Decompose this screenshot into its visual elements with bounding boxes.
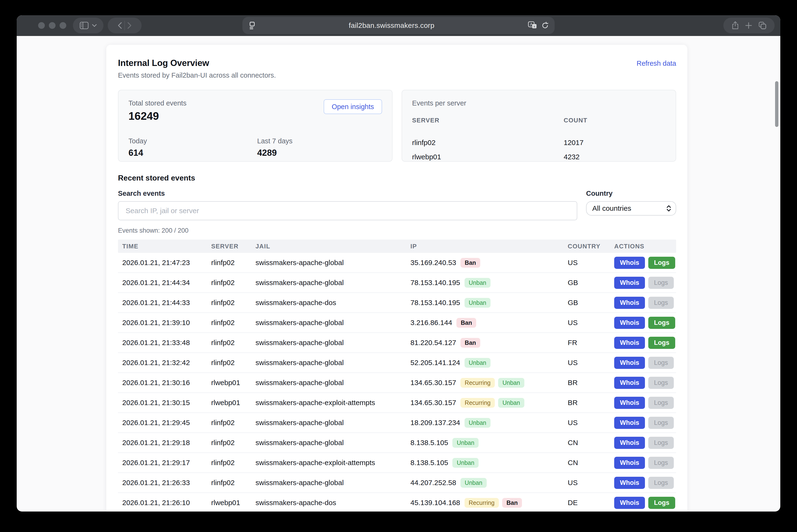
event-country: US: [563, 419, 610, 427]
tab-overview-icon[interactable]: [758, 21, 766, 30]
window-zoom-button[interactable]: [59, 22, 66, 29]
today-label: Today: [128, 137, 257, 145]
event-time: 2026.01.21, 21:39:10: [118, 319, 207, 327]
event-ip-cell: 44.207.252.58 Unban: [406, 478, 563, 488]
event-time: 2026.01.21, 21:29:18: [118, 439, 207, 447]
new-tab-icon[interactable]: [745, 22, 752, 29]
chevron-up-down-icon: [666, 205, 671, 212]
whois-button[interactable]: Whois: [614, 297, 645, 309]
whois-button[interactable]: Whois: [614, 477, 645, 489]
whois-button[interactable]: Whois: [614, 277, 645, 289]
whois-button[interactable]: Whois: [614, 497, 645, 509]
stats-row: Total stored events 16249 Open insights …: [118, 90, 676, 162]
whois-button[interactable]: Whois: [614, 417, 645, 429]
logs-button[interactable]: Logs: [648, 257, 675, 269]
address-bar[interactable]: fail2ban.swissmakers.corp A x: [242, 17, 555, 34]
event-server: rlinfp02: [207, 439, 251, 447]
status-badge-unban: Unban: [465, 278, 491, 288]
event-time: 2026.01.21, 21:29:45: [118, 419, 207, 427]
whois-button[interactable]: Whois: [614, 317, 645, 329]
whois-button[interactable]: Whois: [614, 357, 645, 369]
table-row: 2026.01.21, 21:39:10 rlinfp02 swissmaker…: [118, 313, 676, 333]
event-badges: Ban: [460, 338, 480, 348]
url-text[interactable]: fail2ban.swissmakers.corp: [255, 21, 528, 30]
logs-button[interactable]: Logs: [648, 297, 674, 309]
translate-icon[interactable]: A x: [528, 21, 538, 30]
event-ip: 81.220.54.127: [411, 339, 456, 347]
column-header: COUNTRY: [563, 243, 610, 250]
event-ip-cell: 134.65.30.157 RecurringUnban: [406, 398, 563, 408]
table-row: 2026.01.21, 21:44:33 rlinfp02 swissmaker…: [118, 293, 676, 313]
country-label: Country: [586, 190, 676, 197]
event-ip-cell: 35.169.240.53 Ban: [406, 258, 563, 268]
event-jail: swissmakers-apache-global: [251, 259, 406, 267]
logs-button[interactable]: Logs: [648, 357, 674, 369]
table-row: 2026.01.21, 21:30:15 rlwebp01 swissmaker…: [118, 393, 676, 413]
event-time: 2026.01.21, 21:29:17: [118, 459, 207, 467]
forward-icon[interactable]: [127, 22, 131, 29]
event-ip-cell: 3.216.86.144 Ban: [406, 318, 563, 328]
logs-button[interactable]: Logs: [648, 477, 674, 489]
status-badge-ban: Ban: [502, 498, 522, 508]
event-country: BR: [563, 379, 610, 387]
page-format-icon[interactable]: [249, 21, 255, 30]
reload-icon[interactable]: [541, 22, 549, 29]
event-time: 2026.01.21, 21:33:48: [118, 339, 207, 347]
event-actions: Whois Logs: [610, 297, 676, 309]
event-badges: Unban: [465, 358, 491, 368]
status-badge-unban: Unban: [460, 478, 487, 488]
table-row: 2026.01.21, 21:29:45 rlinfp02 swissmaker…: [118, 413, 676, 433]
sidebar-toggle-button[interactable]: [73, 18, 104, 33]
event-time: 2026.01.21, 21:44:33: [118, 299, 207, 307]
event-actions: Whois Logs: [610, 317, 676, 329]
table-row: 2026.01.21, 21:44:34 rlinfp02 swissmaker…: [118, 273, 676, 293]
logs-button[interactable]: Logs: [648, 397, 674, 409]
logs-button[interactable]: Logs: [648, 277, 674, 289]
events-table: TIMESERVERJAILIPCOUNTRYACTIONS 2026.01.2…: [118, 240, 676, 512]
whois-button[interactable]: Whois: [614, 377, 645, 389]
event-country: GB: [563, 279, 610, 287]
whois-button[interactable]: Whois: [614, 437, 645, 449]
table-row: 2026.01.21, 21:26:33 rlinfp02 swissmaker…: [118, 473, 676, 493]
event-country: DE: [563, 499, 610, 507]
status-badge-unban: Unban: [452, 458, 478, 468]
logs-button[interactable]: Logs: [648, 317, 675, 329]
event-country: BR: [563, 399, 610, 407]
event-server: rlwebp01: [207, 399, 251, 407]
open-insights-button[interactable]: Open insights: [324, 99, 382, 114]
share-icon[interactable]: [732, 21, 739, 30]
logs-button[interactable]: Logs: [648, 377, 674, 389]
whois-button[interactable]: Whois: [614, 397, 645, 409]
logs-button[interactable]: Logs: [648, 437, 674, 449]
logs-button[interactable]: Logs: [648, 457, 674, 469]
event-actions: Whois Logs: [610, 457, 676, 469]
refresh-data-link[interactable]: Refresh data: [637, 59, 676, 68]
events-shown-text: Events shown: 200 / 200: [118, 227, 676, 234]
column-header: TIME: [118, 243, 207, 250]
event-jail: swissmakers-apache-global: [251, 339, 406, 347]
window-close-button[interactable]: [38, 22, 45, 29]
whois-button[interactable]: Whois: [614, 457, 645, 469]
event-ip-cell: 18.209.137.234 Unban: [406, 418, 563, 428]
logs-button[interactable]: Logs: [648, 417, 674, 429]
sidebar-icon: [79, 22, 89, 29]
event-country: US: [563, 359, 610, 367]
scrollbar-thumb[interactable]: [775, 81, 778, 127]
back-icon[interactable]: [118, 22, 122, 29]
toolbar-right-buttons: [723, 18, 775, 33]
logs-button[interactable]: Logs: [648, 497, 675, 509]
whois-button[interactable]: Whois: [614, 257, 645, 269]
logs-button[interactable]: Logs: [648, 337, 675, 349]
event-ip: 78.153.140.195: [411, 299, 460, 307]
table-row: 2026.01.21, 21:47:23 rlinfp02 swissmaker…: [118, 253, 676, 273]
event-server: rlinfp02: [207, 259, 251, 267]
window-minimize-button[interactable]: [49, 22, 56, 29]
event-jail: swissmakers-apache-global: [251, 319, 406, 327]
country-select[interactable]: All countries: [586, 201, 676, 215]
whois-button[interactable]: Whois: [614, 337, 645, 349]
search-input[interactable]: [118, 201, 577, 220]
status-badge-recurring: Recurring: [460, 378, 495, 388]
window-controls: [38, 22, 66, 29]
recent-events-heading: Recent stored events: [118, 174, 676, 183]
event-actions: Whois Logs: [610, 257, 676, 269]
